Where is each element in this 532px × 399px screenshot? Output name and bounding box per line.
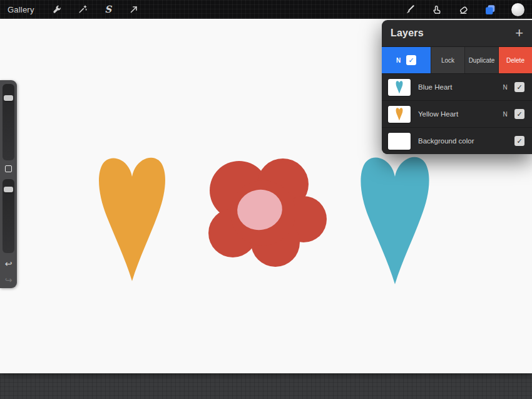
redo-button[interactable]: ↪ [0,276,17,284]
layer-thumbnail [388,79,411,96]
blend-mode-badge[interactable]: N [396,57,401,64]
visibility-checkbox[interactable]: ✓ [406,55,416,65]
layers-icon[interactable] [484,4,496,15]
layer-name: Yellow Heart [418,110,502,118]
brush-size-slider[interactable] [3,84,14,160]
layers-panel-title: Layers [391,28,424,39]
brush-icon[interactable] [404,4,415,15]
check-icon: ✓ [516,138,522,145]
swiped-layer-selected[interactable]: N ✓ [382,47,431,73]
eraser-icon[interactable] [458,4,469,15]
layer-name: Blue Heart [418,83,502,91]
color-swatch[interactable] [511,3,524,16]
top-toolbar: Gallery S [0,0,532,19]
sidebar: ↩ ↪ [0,80,17,288]
opacity-slider-handle[interactable] [4,187,13,192]
layer-thumbnail [388,106,411,123]
layer-row-blue-heart[interactable]: Blue Heart N ✓ [382,74,532,100]
lock-button[interactable]: Lock [431,47,464,73]
selection-icon[interactable]: S [103,4,114,15]
layer-row-yellow-heart[interactable]: Yellow Heart N ✓ [382,101,532,127]
delete-button[interactable]: Delete [498,47,532,73]
yellow-heart-drawing [94,148,170,285]
visibility-checkbox[interactable]: ✓ [514,109,524,119]
visibility-checkbox[interactable]: ✓ [514,82,524,92]
layers-panel: Layers + N ✓ Lock Duplicate Delete [382,20,532,154]
add-layer-button[interactable]: + [515,27,523,39]
blend-mode-badge[interactable]: N [502,84,508,91]
gallery-button[interactable]: Gallery [8,5,34,14]
toolbar-left-group: Gallery S [8,4,140,15]
check-icon: ✓ [409,57,414,64]
modify-button[interactable] [5,165,12,172]
swiped-layer-row: N ✓ Lock Duplicate Delete [382,47,532,73]
visibility-checkbox[interactable]: ✓ [514,136,524,146]
undo-button[interactable]: ↩ [0,259,17,268]
blue-heart-drawing [354,149,436,287]
opacity-slider[interactable] [3,179,14,253]
layer-name: Background color [418,137,502,145]
magic-wand-icon[interactable] [77,4,88,15]
layer-row-background-color[interactable]: Background color ✓ [382,128,532,154]
procreate-app: Gallery S [0,0,532,399]
wrench-icon[interactable] [51,4,63,15]
layer-thumbnail [388,133,411,150]
toolbar-right-group [404,3,524,16]
layers-panel-header: Layers + [382,20,532,46]
red-flower-drawing [202,158,327,267]
transform-arrow-icon[interactable] [128,4,140,15]
check-icon: ✓ [516,84,522,91]
check-icon: ✓ [516,111,522,118]
smudge-icon[interactable] [431,4,442,15]
blend-mode-badge[interactable]: N [502,111,508,118]
brush-size-slider-handle[interactable] [4,95,13,101]
duplicate-button[interactable]: Duplicate [464,47,498,73]
workspace-background [0,373,532,399]
